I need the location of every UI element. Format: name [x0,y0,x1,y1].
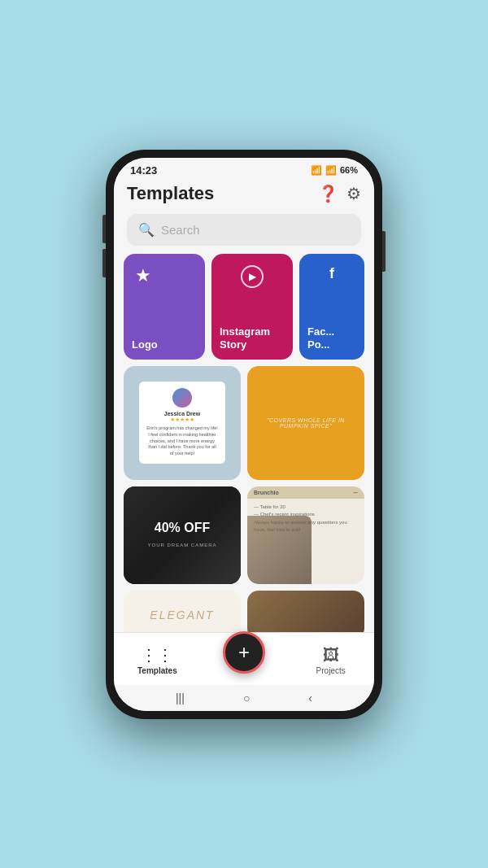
menu-header: Brunchio ··· [247,486,364,499]
header-actions: ❓ ⚙ [318,184,361,203]
wifi-icon: 📶 [311,165,322,176]
testimonial-name: Jessica Drew [146,411,218,417]
projects-label: Projects [316,666,346,675]
system-bar: ||| ○ ‹ [114,685,374,711]
elegant-template-card[interactable]: ELEGANT [124,591,241,632]
testimonial-text: Erin's program has changed my life! I fe… [146,425,218,456]
discount-text: 40% OFF [147,521,216,535]
back-button[interactable]: ‹ [308,691,312,704]
star-icon: ★ [135,265,151,286]
templates-label: Templates [137,666,177,675]
testimonial-template-card[interactable]: Jessica Drew ★★★★★ Erin's program has ch… [124,366,241,480]
recents-button[interactable]: ||| [176,691,185,704]
search-input[interactable]: Search [161,223,200,237]
nav-projects[interactable]: 🖼 Projects [287,646,374,675]
logo-template-card[interactable]: ★ Logo [124,254,205,360]
template-row-3: 40% OFF YOUR DREAM CAMERA Brunchio ··· —… [124,486,364,584]
camera-template-card[interactable]: 40% OFF YOUR DREAM CAMERA [124,486,241,584]
photo-template-card[interactable] [247,591,364,632]
menu-template-card[interactable]: Brunchio ··· — Table for 20 — Chef's rec… [247,486,364,584]
nav-templates[interactable]: ⋮⋮ Templates [114,645,201,675]
menu-image [247,516,312,584]
create-icon: + [238,641,250,664]
orange-quote-text: "COVERS WHOLE LIFE IN PUMPKIN SPICE" [247,409,364,437]
phone-frame: 14:23 📶 📶 66% Templates ❓ ⚙ 🔍 Search [106,150,382,719]
page-header: Templates ❓ ⚙ [114,180,374,211]
status-time: 14:23 [130,164,157,177]
elegant-text: ELEGANT [150,608,214,622]
status-icons: 📶 📶 66% [311,165,358,176]
search-icon: 🔍 [138,222,155,238]
fab-container: + [201,639,288,682]
facebook-card-label: Fac...Po... [307,325,356,351]
create-button[interactable]: + [223,631,265,674]
help-button[interactable]: ❓ [318,184,338,203]
testimonial-stars: ★★★★★ [146,417,218,423]
phone-screen: 14:23 📶 📶 66% Templates ❓ ⚙ 🔍 Search [114,158,374,711]
bottom-nav: ⋮⋮ Templates + 🖼 Projects [114,632,374,685]
camera-sub-text: YOUR DREAM CAMERA [147,543,216,547]
instagram-card-label: InstagramStory [220,325,285,351]
volume-down-button[interactable] [102,249,106,277]
camera-text: 40% OFF YOUR DREAM CAMERA [147,521,216,550]
play-icon: ▶ [241,265,264,288]
template-row-2: Jessica Drew ★★★★★ Erin's program has ch… [124,366,364,480]
menu-title: Brunchio [254,490,279,495]
template-row-4: ELEGANT [124,591,364,632]
home-button[interactable]: ○ [243,691,250,704]
menu-line-1: — Table for 20 [254,504,358,512]
signal-icon: 📶 [325,165,337,176]
status-bar: 14:23 📶 📶 66% [114,158,374,180]
templates-icon: ⋮⋮ [141,645,173,665]
page-title: Templates [127,183,214,204]
template-row-1: ★ Logo ▶ InstagramStory f Fac...Po... [124,254,364,360]
power-button[interactable] [382,231,386,272]
battery-label: 66% [340,165,358,175]
testimonial-inner: Jessica Drew ★★★★★ Erin's program has ch… [139,382,224,463]
instagram-story-template-card[interactable]: ▶ InstagramStory [211,254,293,360]
search-bar[interactable]: 🔍 Search [127,214,361,246]
projects-icon: 🖼 [323,646,339,665]
content-area: ★ Logo ▶ InstagramStory f Fac...Po... [114,254,374,632]
logo-card-label: Logo [132,338,197,351]
avatar [172,388,192,408]
facebook-post-template-card[interactable]: f Fac...Po... [299,254,364,360]
orange-quote-template-card[interactable]: "COVERS WHOLE LIFE IN PUMPKIN SPICE" [247,366,364,480]
settings-button[interactable]: ⚙ [346,184,361,203]
facebook-icon: f [329,265,334,282]
menu-dots: ··· [353,490,358,495]
volume-up-button[interactable] [102,215,106,243]
